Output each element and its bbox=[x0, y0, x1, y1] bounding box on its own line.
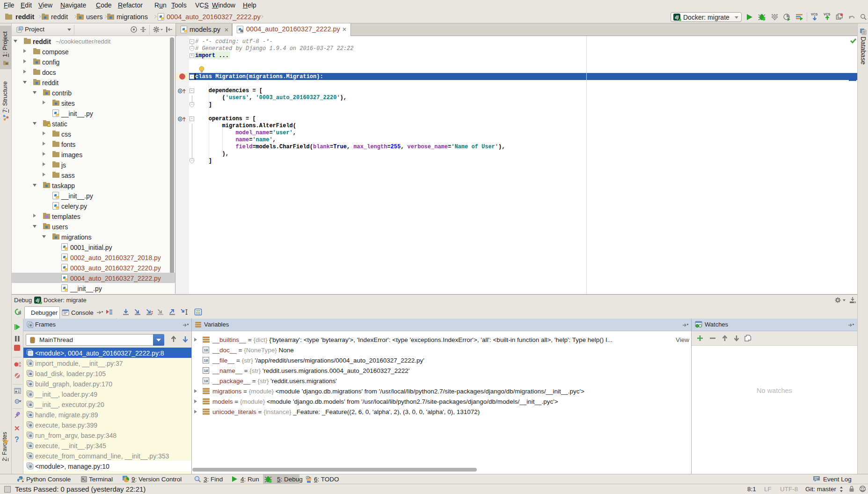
svg-text:VCS: VCS bbox=[811, 13, 818, 16]
svg-text:VCS: VCS bbox=[824, 13, 831, 16]
